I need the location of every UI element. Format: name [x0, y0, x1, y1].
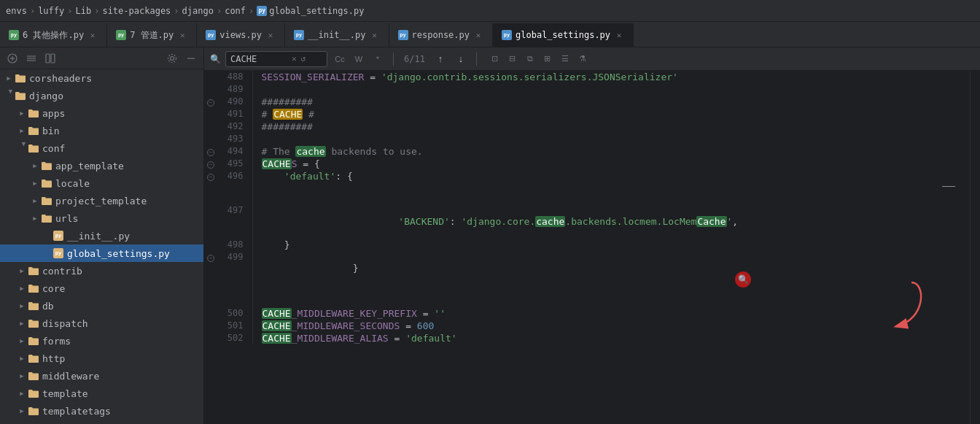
- fold-488[interactable]: [204, 71, 217, 83]
- tab-global-settings[interactable]: py global_settings.py ✕: [493, 23, 634, 47]
- search-refresh-icon[interactable]: ↺: [301, 54, 306, 63]
- search-regex-btn[interactable]: *: [370, 51, 386, 67]
- fold-dot-490[interactable]: −: [207, 99, 214, 107]
- fold-492[interactable]: [204, 120, 217, 133]
- fold-499[interactable]: −: [204, 251, 217, 307]
- file-init-icon: py: [52, 230, 64, 242]
- fold-501[interactable]: [204, 320, 217, 332]
- fold-497[interactable]: [204, 204, 217, 239]
- sidebar-item-project-template[interactable]: ▶ project_template: [0, 192, 203, 209]
- collapse-icon[interactable]: [184, 52, 198, 65]
- fold-500[interactable]: [204, 307, 217, 320]
- sidebar-content[interactable]: ▶ corsheaders ▶ django ▶ apps: [0, 69, 203, 424]
- sidebar-item-db[interactable]: ▶ db: [0, 297, 203, 315]
- sidebar-item-global-settings[interactable]: ▶ py global_settings.py: [0, 244, 203, 262]
- tab-bar: py 6 其他操作.py ✕ py 7 管道.py ✕ py views.py …: [0, 22, 980, 47]
- search-next-btn[interactable]: ↓: [453, 51, 469, 67]
- tab-close-views[interactable]: ✕: [265, 30, 276, 40]
- search-input[interactable]: [230, 54, 289, 64]
- search-prev-btn[interactable]: ↑: [432, 51, 448, 67]
- split-view-icon[interactable]: [44, 52, 57, 65]
- tab-init[interactable]: py __init__.py ✕: [285, 23, 389, 47]
- search-case-sensitive-btn[interactable]: Cc: [332, 51, 348, 67]
- search-btn5[interactable]: ☰: [557, 51, 573, 67]
- settings-icon[interactable]: [166, 52, 179, 65]
- search-btn2[interactable]: ⊟: [505, 51, 521, 67]
- breadcrumb-django[interactable]: django: [182, 6, 214, 16]
- tab-response[interactable]: py response.py ✕: [389, 23, 493, 47]
- fold-495[interactable]: −: [204, 158, 217, 170]
- sidebar-label-contrib: contrib: [42, 266, 82, 277]
- line-content-495: CACHES = {: [252, 158, 970, 170]
- match-494-1: cache: [295, 146, 325, 157]
- fold-dot-495[interactable]: −: [207, 161, 214, 169]
- fold-dot-499[interactable]: −: [207, 255, 214, 262]
- sidebar-item-middleware[interactable]: ▶ middleware: [0, 367, 203, 385]
- tab-close-response[interactable]: ✕: [473, 30, 483, 40]
- tab-views[interactable]: py views.py ✕: [197, 23, 285, 47]
- tab-pipeline[interactable]: py 7 管道.py ✕: [107, 23, 197, 47]
- search-btn4[interactable]: ⊞: [540, 51, 556, 67]
- fold-490[interactable]: −: [204, 96, 217, 108]
- tab-close-global-settings[interactable]: ✕: [614, 30, 624, 40]
- folder-urls-icon: [41, 212, 52, 224]
- search-clear-icon[interactable]: ✕: [292, 54, 297, 63]
- breadcrumb-file[interactable]: py global_settings.py: [257, 6, 364, 16]
- sidebar-item-bin[interactable]: ▶ bin: [0, 122, 203, 139]
- new-file-icon[interactable]: [6, 52, 19, 65]
- sidebar-item-contrib[interactable]: ▶ contrib: [0, 262, 203, 280]
- editor-wrapper: 488 SESSION_SERIALIZER = 'django.contrib…: [204, 71, 980, 424]
- list-view-icon[interactable]: [25, 52, 38, 65]
- sidebar-item-core[interactable]: ▶ core: [0, 280, 203, 297]
- search-split-btn[interactable]: ⊡: [487, 51, 503, 67]
- breadcrumb-site-packages[interactable]: site-packages: [102, 6, 171, 16]
- fold-502[interactable]: [204, 332, 217, 344]
- match-497-2: Cache: [696, 216, 726, 227]
- sidebar-item-templatetags[interactable]: ▶ templatetags: [0, 402, 203, 420]
- fold-498[interactable]: [204, 239, 217, 251]
- fold-496[interactable]: −: [204, 170, 217, 204]
- fold-491[interactable]: [204, 108, 217, 120]
- sidebar-item-http[interactable]: ▶ http: [0, 350, 203, 367]
- sidebar-item-apps[interactable]: ▶ apps: [0, 104, 203, 122]
- fold-494[interactable]: −: [204, 145, 217, 158]
- table-row: 501 CACHE_MIDDLEWARE_SECONDS = 600: [204, 320, 970, 332]
- tab-label-other-ops: 6 其他操作.py: [23, 29, 84, 42]
- arrow-conf: ▶: [16, 142, 28, 154]
- tab-other-ops[interactable]: py 6 其他操作.py ✕: [0, 23, 107, 47]
- sidebar-item-urls[interactable]: ▶ urls: [0, 209, 203, 227]
- fold-493[interactable]: [204, 133, 217, 145]
- sidebar-item-locale[interactable]: ▶ locale: [0, 174, 203, 192]
- code-editor[interactable]: 488 SESSION_SERIALIZER = 'django.contrib…: [204, 71, 970, 424]
- search-input-wrap[interactable]: ✕ ↺: [225, 51, 327, 67]
- fold-dot-496[interactable]: −: [207, 174, 214, 181]
- tab-close-other-ops[interactable]: ✕: [88, 30, 98, 40]
- match-500-1: CACHE: [262, 308, 292, 319]
- search-whole-word-btn[interactable]: W: [351, 51, 367, 67]
- tab-close-init[interactable]: ✕: [370, 30, 380, 40]
- table-row: − 490 #########: [204, 96, 970, 108]
- sidebar-item-corsheaders[interactable]: ▶ corsheaders: [0, 69, 203, 87]
- sidebar-label-locale: locale: [55, 178, 90, 189]
- sidebar-item-django[interactable]: ▶ django: [0, 87, 203, 104]
- sidebar-item-init-py[interactable]: ▶ py __init__.py: [0, 227, 203, 244]
- folder-http-icon: [28, 352, 39, 364]
- sidebar-label-http: http: [42, 353, 65, 364]
- sidebar-item-template[interactable]: ▶ template: [0, 385, 203, 402]
- breadcrumb-luffy[interactable]: luffy: [38, 6, 64, 16]
- sidebar-label-db: db: [42, 301, 54, 312]
- sidebar-item-conf[interactable]: ▶ conf: [0, 139, 203, 157]
- sidebar-item-forms[interactable]: ▶ forms: [0, 332, 203, 350]
- breadcrumb-conf[interactable]: conf: [225, 6, 246, 16]
- folder-app-template-icon: [41, 160, 52, 171]
- tab-close-pipeline[interactable]: ✕: [177, 30, 187, 40]
- breadcrumb-envs[interactable]: envs: [6, 6, 27, 16]
- search-btn3[interactable]: ⧉: [522, 51, 538, 67]
- svg-rect-7: [51, 54, 55, 63]
- sidebar-item-app-template[interactable]: ▶ app_template: [0, 157, 203, 174]
- breadcrumb-lib[interactable]: Lib: [76, 6, 92, 16]
- sidebar-item-dispatch[interactable]: ▶ dispatch: [0, 315, 203, 332]
- fold-dot-494[interactable]: −: [207, 149, 214, 156]
- search-filter-btn[interactable]: ⚗: [575, 51, 591, 67]
- fold-489[interactable]: [204, 83, 217, 96]
